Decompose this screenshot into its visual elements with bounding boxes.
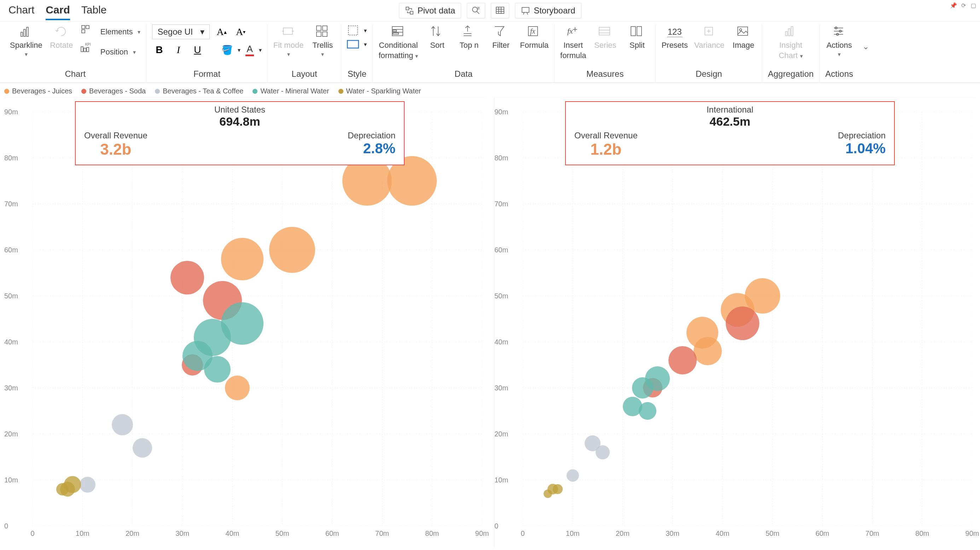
underline-button[interactable]: U — [190, 43, 204, 57]
svg-line-3 — [477, 11, 479, 14]
legend-item[interactable]: Beverages - Juices — [4, 87, 72, 95]
y-tick: 0 — [4, 522, 8, 530]
bubble[interactable] — [595, 445, 610, 459]
svg-rect-59 — [791, 27, 793, 36]
font-family-select[interactable]: Segoe UI ▾ — [152, 24, 209, 39]
pivot-data-button[interactable]: Pivot data — [399, 3, 461, 18]
insight-icon — [783, 24, 798, 39]
y-tick: 40m — [495, 338, 508, 346]
overall-revenue-label: Overall Revenue — [574, 131, 638, 140]
y-tick: 20m — [4, 430, 18, 438]
group-label-design: Design — [696, 67, 722, 83]
split-button[interactable]: Split — [624, 24, 650, 49]
tab-chart[interactable]: Chart — [8, 1, 34, 20]
bold-button[interactable]: B — [152, 43, 166, 57]
x-tick: 90m — [475, 529, 489, 537]
storyboard-button[interactable]: Storyboard — [515, 3, 581, 18]
ribbon-group-measures: fx Insert formula Series Split Measures — [555, 24, 656, 83]
insight-label2: Chart — [779, 51, 798, 60]
bubble[interactable] — [269, 227, 315, 273]
fill-style-button[interactable]: ▾ — [347, 40, 367, 48]
svg-rect-26 — [317, 26, 321, 30]
plot-area[interactable] — [33, 112, 482, 526]
increase-font-button[interactable]: A▴ — [215, 25, 229, 39]
italic-button[interactable]: I — [171, 43, 185, 57]
elements-button[interactable]: Elements ▾ — [81, 24, 141, 39]
presets-num: 123 — [667, 27, 682, 37]
bubble[interactable] — [726, 306, 759, 340]
legend-item[interactable]: Water - Mineral Water — [253, 87, 329, 95]
group-label-aggregation: Aggregation — [768, 67, 813, 83]
bubble[interactable] — [694, 337, 722, 365]
bubble[interactable] — [544, 489, 552, 498]
tab-card[interactable]: Card — [46, 1, 70, 20]
storyboard-icon — [521, 6, 530, 15]
conditional-formatting-button[interactable]: Conditional formatting ▾ — [379, 24, 418, 60]
filter-label: Filter — [492, 41, 510, 49]
series-icon — [598, 24, 612, 39]
series-button: Series — [592, 24, 618, 49]
svg-rect-28 — [317, 32, 321, 37]
sort-button[interactable]: Sort — [425, 24, 450, 49]
rotate-icon — [54, 24, 69, 39]
bubble[interactable] — [170, 261, 204, 295]
image-button[interactable]: Image — [731, 24, 756, 49]
plot-area[interactable] — [523, 112, 972, 526]
bubble[interactable] — [639, 402, 656, 420]
border-icon — [347, 24, 359, 37]
ribbon-group-layout: Fit mode ▾ Trellis ▾ Layout — [268, 24, 342, 83]
bubble[interactable] — [56, 483, 68, 496]
bubble[interactable] — [668, 346, 697, 375]
x-tick: 40m — [716, 529, 729, 537]
tab-table[interactable]: Table — [81, 1, 107, 20]
bubble[interactable] — [112, 414, 133, 435]
font-color-button[interactable]: A▾ — [245, 43, 261, 56]
legend-item[interactable]: Beverages - Soda — [81, 87, 146, 95]
ribbon-group-chart: Sparkline ▾ Rotate Elements ▾ KPI Positi… — [4, 24, 146, 83]
trellis-button[interactable]: Trellis ▾ — [310, 24, 335, 58]
chart-panel-intl: International462.5mOverall Revenue1.2bDe… — [494, 97, 976, 547]
maximize-icon[interactable]: ▢ — [969, 2, 977, 9]
svg-rect-58 — [788, 29, 790, 36]
x-tick: 20m — [126, 529, 139, 537]
trellis-label: Trellis — [312, 41, 333, 49]
charts-area: United States694.8mOverall Revenue3.2bDe… — [0, 97, 980, 550]
ribbon-collapse-button[interactable]: ⌄ — [859, 24, 873, 51]
insert-formula-button[interactable]: fx Insert formula — [560, 24, 586, 60]
top-n-button[interactable]: Top n — [456, 24, 482, 49]
decrease-font-button[interactable]: A▾ — [234, 25, 248, 39]
position-button[interactable]: KPI Position ▾ — [81, 43, 141, 61]
chevron-down-icon: ▾ — [364, 27, 367, 34]
x-axis: 010m20m30m40m50m60m70m80m90m — [523, 529, 972, 540]
bubble[interactable] — [566, 469, 579, 482]
legend-item[interactable]: Beverages - Tea & Coffee — [155, 87, 243, 95]
sparkline-button[interactable]: Sparkline ▾ — [10, 24, 43, 58]
magnify-filter-button[interactable] — [467, 3, 485, 18]
bubble[interactable] — [80, 477, 95, 493]
filter-button[interactable]: Filter — [488, 24, 514, 49]
data-table-button[interactable] — [491, 3, 509, 18]
bubble[interactable] — [553, 484, 563, 494]
presets-button[interactable]: 123 Presets — [661, 24, 688, 49]
window-controls: 📌 ⟳ ▢ — [950, 2, 977, 9]
svg-line-13 — [527, 13, 528, 14]
y-tick: 30m — [4, 384, 18, 392]
bubble[interactable] — [221, 238, 264, 280]
legend-label: Beverages - Tea & Coffee — [163, 87, 243, 95]
pin-icon[interactable]: 📌 — [950, 2, 958, 9]
svg-rect-29 — [323, 32, 327, 37]
fill-color-button[interactable]: 🪣▾ — [221, 45, 240, 56]
bubble[interactable] — [133, 438, 152, 458]
bubble[interactable] — [632, 377, 653, 399]
cf-label2: formatting — [379, 51, 413, 60]
formula-button[interactable]: fx Formula — [520, 24, 549, 49]
bubble[interactable] — [204, 356, 231, 383]
svg-rect-11 — [522, 8, 529, 13]
actions-button[interactable]: Actions ▾ — [827, 24, 852, 58]
bubble[interactable] — [225, 376, 250, 400]
formula-label: Formula — [520, 41, 549, 49]
refresh-icon[interactable]: ⟳ — [959, 2, 967, 9]
legend-item[interactable]: Water - Sparkling Water — [339, 87, 421, 95]
border-style-button[interactable]: ▾ — [347, 24, 367, 37]
elements-label: Elements — [100, 27, 133, 36]
